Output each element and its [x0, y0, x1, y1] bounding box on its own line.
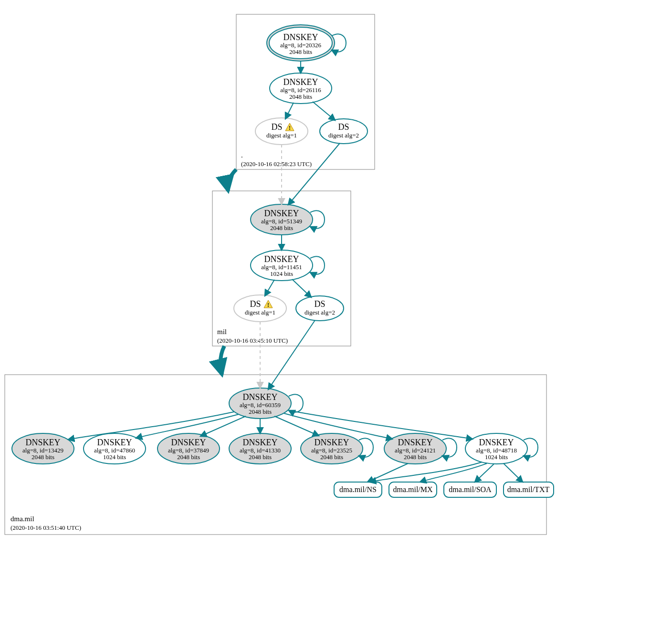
svg-text:alg=8, id=60359: alg=8, id=60359	[240, 401, 281, 409]
edge-zone-root-mil	[228, 169, 236, 191]
svg-text:(2020-10-16 03:45:10 UTC): (2020-10-16 03:45:10 UTC)	[217, 337, 288, 344]
svg-text:DS: DS	[338, 122, 349, 132]
edge-ds2-milksk	[288, 143, 340, 205]
svg-text:2048 bits: 2048 bits	[249, 453, 272, 461]
svg-text:2048 bits: 2048 bits	[404, 453, 427, 461]
edge-ksk-k3	[200, 416, 246, 436]
svg-text:DNSKEY: DNSKEY	[314, 438, 349, 447]
node-mil-ds2: DS digest alg=2	[296, 296, 344, 321]
rr-soa: dma.mil/SOA	[444, 482, 496, 497]
svg-text:alg=8, id=51349: alg=8, id=51349	[261, 218, 302, 225]
svg-text:dma.mil/MX: dma.mil/MX	[393, 485, 433, 494]
node-mil-zsk: DNSKEY alg=8, id=11451 1024 bits	[251, 250, 313, 281]
node-dma-k5: DNSKEY alg=8, id=23525 2048 bits	[301, 433, 363, 464]
svg-text:dma.mil/SOA: dma.mil/SOA	[449, 485, 492, 494]
edge-milzsk-ds1	[265, 280, 274, 296]
node-mil-ksk: DNSKEY alg=8, id=51349 2048 bits	[251, 204, 313, 235]
svg-text:DNSKEY: DNSKEY	[264, 209, 299, 218]
svg-text:alg=8, id=20326: alg=8, id=20326	[280, 42, 322, 49]
zone-mil-name: mil	[217, 328, 227, 336]
edge-ksk-k5	[274, 416, 319, 436]
svg-text:alg=8, id=24121: alg=8, id=24121	[395, 447, 436, 454]
edge-k7-ns	[370, 462, 482, 482]
svg-text:2048 bits: 2048 bits	[320, 453, 343, 461]
node-dma-k4: DNSKEY alg=8, id=41330 2048 bits	[229, 433, 291, 464]
svg-text:dma.mil/TXT: dma.mil/TXT	[507, 485, 550, 494]
svg-text:2048 bits: 2048 bits	[32, 453, 54, 461]
edge-milds2-dmaksk	[268, 320, 315, 389]
svg-text:1024 bits: 1024 bits	[270, 270, 293, 277]
svg-text:!: !	[289, 125, 291, 131]
svg-text:DNSKEY: DNSKEY	[171, 438, 206, 447]
svg-text:DNSKEY: DNSKEY	[283, 32, 318, 42]
svg-text:(2020-10-16 03:51:40 UTC): (2020-10-16 03:51:40 UTC)	[10, 524, 81, 531]
svg-text:digest alg=2: digest alg=2	[304, 309, 335, 316]
svg-text:!: !	[267, 302, 269, 308]
node-dma-k7: DNSKEY alg=8, id=48718 1024 bits	[465, 433, 527, 464]
zone-root-time: (2020-10-16 02:58:23 UTC)	[241, 160, 312, 168]
svg-text:DNSKEY: DNSKEY	[398, 438, 432, 447]
svg-text:digest alg=1: digest alg=1	[245, 309, 275, 316]
node-dma-k3: DNSKEY alg=8, id=37849 2048 bits	[158, 433, 220, 464]
svg-text:DNSKEY: DNSKEY	[97, 438, 132, 447]
zone-root-name: .	[241, 151, 243, 159]
svg-text:2048 bits: 2048 bits	[270, 224, 293, 231]
svg-text:1024 bits: 1024 bits	[485, 453, 508, 461]
svg-text:alg=8, id=48718: alg=8, id=48718	[476, 447, 517, 454]
rr-ns: dma.mil/NS	[334, 482, 382, 497]
svg-text:DS: DS	[314, 299, 325, 309]
edge-k7-txt	[504, 463, 523, 482]
svg-text:alg=8, id=13429: alg=8, id=13429	[22, 447, 63, 454]
svg-text:1024 bits: 1024 bits	[103, 453, 126, 461]
node-root-ds2: DS digest alg=2	[320, 119, 368, 144]
svg-text:DNSKEY: DNSKEY	[25, 438, 60, 447]
edge-zone-mil-dma	[220, 346, 224, 375]
svg-text:digest alg=1: digest alg=1	[266, 132, 297, 139]
svg-text:dma.mil/NS: dma.mil/NS	[339, 485, 377, 494]
svg-text:alg=8, id=23525: alg=8, id=23525	[311, 447, 352, 454]
svg-text:alg=8, id=26116: alg=8, id=26116	[280, 86, 321, 94]
svg-text:DNSKEY: DNSKEY	[479, 438, 514, 447]
svg-text:alg=8, id=11451: alg=8, id=11451	[261, 263, 302, 271]
node-dma-k6: DNSKEY alg=8, id=24121 2048 bits	[384, 433, 446, 464]
svg-text:DNSKEY: DNSKEY	[242, 438, 277, 447]
svg-text:digest alg=2: digest alg=2	[328, 132, 359, 139]
svg-text:2048 bits: 2048 bits	[249, 408, 272, 415]
svg-text:2048 bits: 2048 bits	[289, 93, 312, 100]
edge-ksk-k1	[68, 412, 234, 440]
node-root-zsk: DNSKEY alg=8, id=26116 2048 bits	[270, 73, 332, 104]
node-dma-k1: DNSKEY alg=8, id=13429 2048 bits	[12, 433, 74, 464]
node-mil-ds1: DS ! digest alg=1	[234, 295, 286, 322]
svg-text:DS: DS	[250, 299, 261, 309]
node-root-ksk: DNSKEY alg=8, id=20326 2048 bits	[267, 25, 335, 61]
svg-text:DNSKEY: DNSKEY	[264, 254, 299, 264]
edge-rootzsk-ds1	[285, 103, 294, 119]
edge-rootzsk-ds2	[313, 102, 335, 120]
svg-text:alg=8, id=41330: alg=8, id=41330	[240, 447, 281, 454]
svg-text:alg=8, id=47860: alg=8, id=47860	[94, 447, 135, 454]
svg-text:DS: DS	[271, 122, 282, 132]
svg-text:DNSKEY: DNSKEY	[242, 392, 277, 402]
node-root-ds1: DS ! digest alg=1	[255, 118, 308, 145]
zone-dma-name: dma.mil	[10, 515, 34, 523]
svg-text:2048 bits: 2048 bits	[177, 453, 200, 461]
rr-txt: dma.mil/TXT	[504, 482, 554, 497]
rr-mx: dma.mil/MX	[389, 482, 437, 497]
svg-text:2048 bits: 2048 bits	[289, 48, 312, 55]
dnssec-diagram: . (2020-10-16 02:58:23 UTC) DNSKEY alg=8…	[0, 0, 672, 630]
svg-text:DNSKEY: DNSKEY	[283, 77, 318, 87]
edge-milzsk-ds2	[292, 279, 311, 297]
svg-text:alg=8, id=37849: alg=8, id=37849	[168, 447, 209, 454]
